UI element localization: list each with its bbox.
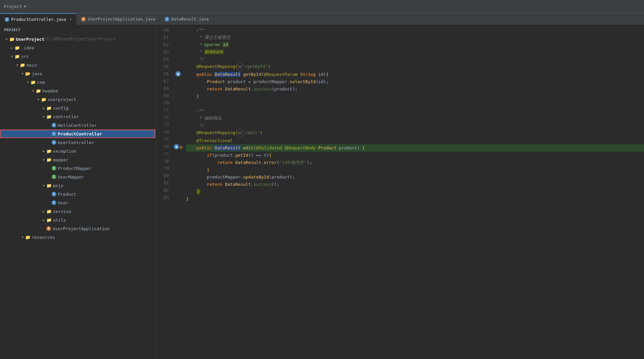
tab-data-result[interactable]: C DataResult.java [160, 13, 214, 25]
sidebar-item-product-mapper[interactable]: I ProductMapper [0, 164, 155, 173]
code-line-76: public DataResult edit(@Validated @Reque… [186, 144, 644, 152]
sidebar-item-userproject[interactable]: UserProject D:\HBTeachProject\UserProjec… [0, 35, 155, 43]
folder-icon [25, 71, 30, 76]
item-label: User [58, 200, 68, 205]
code-line-78: return DataResult.error("id不能为空"); [186, 159, 644, 166]
item-label: UserProjectApplication [53, 226, 110, 231]
folder-icon [46, 209, 52, 214]
sidebar-item-utils[interactable]: utils [0, 216, 155, 224]
code-line-74: @RequestMapping(▼"/edit") [186, 129, 644, 137]
arrow-icon [20, 71, 25, 76]
sidebar-item-com[interactable]: com [0, 78, 155, 86]
class-file-icon: C [52, 200, 56, 205]
class-file-icon: C [52, 131, 56, 136]
project-sidebar[interactable]: Project UserProject D:\HBTeachProject\Us… [0, 25, 156, 359]
tab-label: ProductController.java [11, 17, 66, 22]
code-line-75: @Transactional [186, 137, 644, 144]
line-numbers: 60 61 62 63 64 65 66 67 68 69 70 71 72 7… [156, 26, 173, 358]
folder-icon [46, 183, 52, 188]
breakpoint-icon[interactable]: ● [175, 71, 181, 77]
interface-file-icon: I [52, 175, 56, 179]
folder-icon [36, 88, 41, 93]
sidebar-item-product-controller[interactable]: C ProductController [0, 129, 155, 138]
sidebar-item-user-mapper[interactable]: I UserMapper [0, 173, 155, 181]
code-line-72: * 编辑商品 [186, 115, 644, 122]
sidebar-item-hwadee[interactable]: hwadee [0, 86, 155, 95]
sidebar-item-config[interactable]: config [0, 104, 155, 112]
folder-icon [46, 157, 52, 162]
tab-bar: C ProductController.java ✕ A UserProject… [0, 13, 644, 25]
chevron-down-icon: ▼ [24, 5, 26, 8]
class-file-icon: C [52, 140, 56, 145]
sidebar-item-user-controller[interactable]: C UserController [0, 138, 155, 147]
sidebar-item-mapper[interactable]: mapper [0, 155, 155, 164]
arrow-icon [41, 105, 46, 111]
folder-icon [46, 148, 52, 154]
item-label: userproject [48, 97, 76, 102]
item-label: java [32, 71, 42, 76]
code-line-63: * @return [186, 48, 644, 56]
item-label: .idea [21, 45, 34, 50]
code-line-65: @RequestMapping(▼"/getById") [186, 63, 644, 71]
code-line-77: if(product.getId() == 0){ [186, 152, 644, 159]
tab-label: UserProjectApplication.java [88, 17, 155, 22]
code-line-83: } [186, 195, 644, 203]
sidebar-item-src[interactable]: src [0, 52, 155, 61]
code-line-79: } [186, 166, 644, 174]
code-line-71: /** [186, 107, 644, 115]
item-label: ProductController [58, 131, 102, 136]
arrow-icon [9, 45, 15, 50]
item-label: pojo [53, 183, 63, 188]
item-label: hwadee [42, 88, 58, 93]
item-label: com [37, 80, 45, 85]
arrow-icon [9, 54, 15, 59]
item-label: main [26, 63, 37, 68]
folder-icon [25, 234, 30, 240]
sidebar-item-exception[interactable]: exception [0, 147, 155, 155]
sidebar-item-product[interactable]: C Product [0, 190, 155, 198]
arrow-icon [41, 217, 46, 223]
folder-icon [15, 54, 20, 59]
sidebar-item-hello-controller[interactable]: C HelloController [0, 121, 155, 129]
folder-icon [15, 45, 20, 50]
at-icon: @ [180, 144, 182, 149]
code-line-80: productMapper.updateById(product); [186, 174, 644, 181]
class-icon: C [165, 17, 169, 22]
breakpoint-icon[interactable]: ● [174, 144, 179, 149]
app-icon: A [81, 17, 86, 22]
code-line-60: /** [186, 26, 644, 34]
code-line-61: * 通过主键查找 [186, 34, 644, 41]
sidebar-item-idea[interactable]: .idea [0, 43, 155, 52]
code-line-73: */ [186, 122, 644, 129]
item-label: resources [32, 235, 55, 240]
sidebar-item-controller[interactable]: controller [0, 112, 155, 121]
code-editor[interactable]: 60 61 62 63 64 65 66 67 68 69 70 71 72 7… [156, 25, 644, 359]
tab-product-controller[interactable]: C ProductController.java ✕ [0, 13, 76, 25]
sidebar-item-resources[interactable]: resources [0, 233, 155, 241]
arrow-icon [41, 114, 46, 119]
gutter-area: ● ● @ [173, 26, 183, 358]
item-label: service [53, 209, 71, 214]
close-icon[interactable]: ✕ [70, 17, 72, 22]
sidebar-item-service[interactable]: service [0, 207, 155, 216]
sidebar-item-userproject-pkg[interactable]: userproject [0, 95, 155, 104]
app-class-file-icon: A [46, 226, 51, 231]
top-bar: Project ▼ [0, 0, 644, 13]
code-line-66: public DataResult getById(@RequestParam … [186, 71, 644, 78]
item-label: HelloController [58, 123, 97, 128]
arrow-icon [15, 62, 20, 68]
tab-user-project-application[interactable]: A UserProjectApplication.java [76, 13, 160, 25]
arrow-icon [41, 209, 46, 214]
arrow-icon [20, 234, 25, 240]
arrow-icon [41, 148, 46, 154]
sidebar-item-user[interactable]: C User [0, 198, 155, 207]
sidebar-item-java[interactable]: java [0, 69, 155, 78]
project-label: Project [4, 4, 22, 9]
code-line-62: * @param id [186, 41, 644, 48]
sidebar-item-userproject-application[interactable]: A UserProjectApplication [0, 224, 155, 233]
item-label: controller [53, 114, 79, 119]
item-label: exception [53, 149, 76, 154]
sidebar-item-main[interactable]: main [0, 61, 155, 69]
project-title[interactable]: Project ▼ [4, 4, 26, 9]
sidebar-item-pojo[interactable]: pojo [0, 181, 155, 190]
